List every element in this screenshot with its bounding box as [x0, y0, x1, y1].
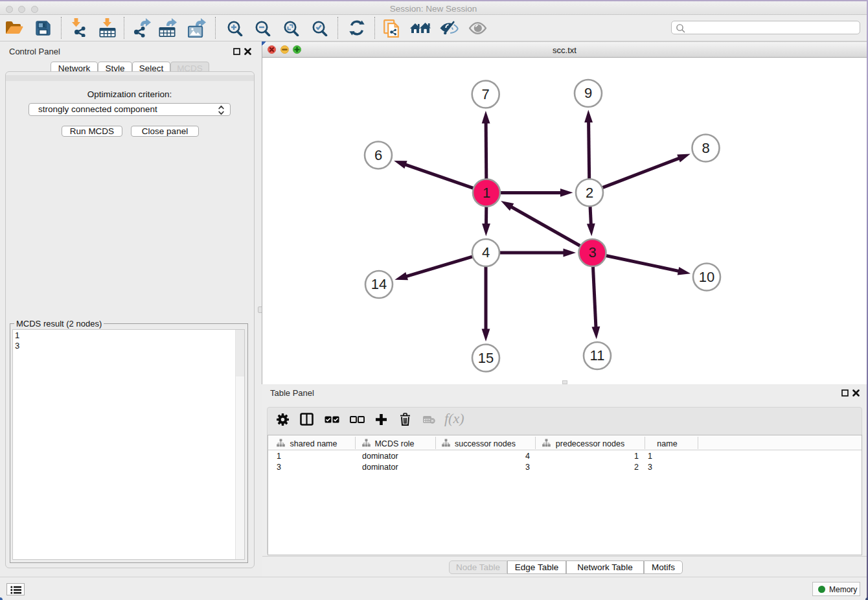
- svg-text:14: 14: [371, 276, 387, 292]
- svg-text:7: 7: [482, 86, 490, 102]
- svg-text:2: 2: [586, 185, 593, 201]
- svg-text:10: 10: [699, 269, 714, 285]
- svg-text:15: 15: [478, 350, 494, 366]
- svg-text:8: 8: [702, 140, 709, 156]
- svg-text:4: 4: [482, 244, 490, 260]
- svg-text:6: 6: [374, 147, 382, 163]
- svg-text:11: 11: [590, 347, 605, 363]
- svg-text:9: 9: [584, 85, 592, 101]
- svg-text:3: 3: [588, 244, 596, 260]
- svg-text:1: 1: [483, 185, 490, 201]
